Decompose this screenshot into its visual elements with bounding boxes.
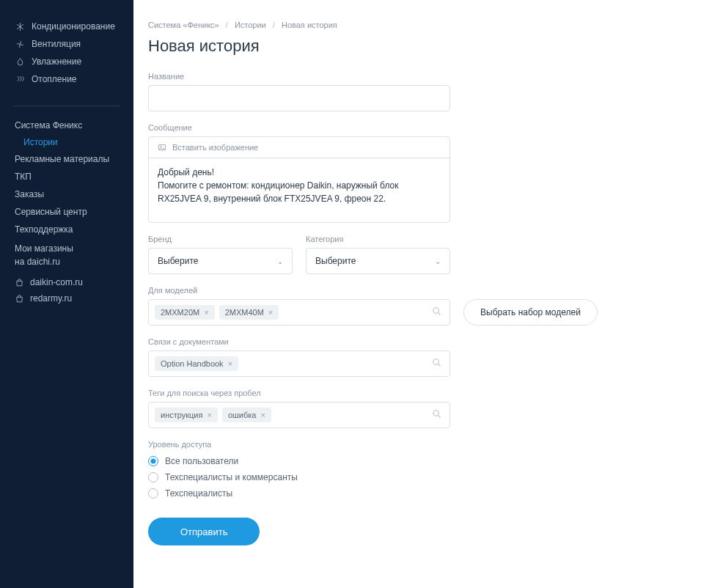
sidebar-item-label: Отопление: [32, 74, 77, 84]
nav-my-stores-line2: на daichi.ru: [15, 257, 60, 267]
radio-label: Техспециалисты: [165, 488, 232, 499]
search-icon[interactable]: [431, 408, 442, 422]
breadcrumb-item[interactable]: Система «Феникс»: [148, 21, 219, 29]
models-tagbox[interactable]: 2MXM20M × 2MXM40M ×: [148, 299, 450, 326]
sidebar-divider: [13, 106, 120, 106]
submit-button[interactable]: Отправить: [148, 518, 260, 545]
nav-external-redarmy[interactable]: redarmy.ru: [15, 290, 125, 306]
sidebar-item-humidification[interactable]: Увлажнение: [15, 53, 125, 70]
doc-tag: Option Handbook ×: [155, 356, 238, 371]
tag-label: инструкция: [161, 411, 202, 419]
tag-label: Option Handbook: [161, 359, 224, 368]
search-tag: ошибка ×: [222, 408, 271, 422]
breadcrumb-sep: /: [226, 21, 228, 29]
search-tags-tagbox[interactable]: инструкция × ошибка ×: [148, 402, 450, 428]
tag-label: ошибка: [228, 411, 257, 419]
radio-icon: [148, 488, 158, 499]
nav-my-stores[interactable]: Мои магазины на daichi.ru: [15, 238, 125, 274]
tag-label: 2MXM40M: [225, 308, 264, 317]
nav-external-label: daikin-com.ru: [30, 277, 83, 287]
page-title: Новая история: [148, 37, 675, 56]
nav-my-stores-line1: Мои магазины: [15, 243, 73, 254]
label-for-models: Для моделей: [148, 286, 675, 295]
breadcrumb-sep: /: [273, 21, 275, 29]
svg-point-5: [433, 411, 439, 416]
access-option-tech[interactable]: Техспециалисты: [148, 485, 675, 501]
tag-remove-icon[interactable]: ×: [268, 308, 273, 317]
sidebar-item-heating[interactable]: Отопление: [15, 70, 125, 88]
svg-point-0: [19, 43, 21, 45]
sidebar-item-label: Кондиционирование: [32, 21, 115, 32]
fan-icon: [15, 39, 25, 49]
name-input[interactable]: [148, 85, 450, 111]
select-models-button[interactable]: Выбрать набор моделей: [463, 299, 598, 326]
search-tag: инструкция ×: [155, 408, 218, 422]
svg-point-4: [433, 359, 439, 365]
nav-phoenix-stories[interactable]: Истории: [15, 134, 125, 150]
label-name: Название: [148, 72, 675, 81]
tag-remove-icon[interactable]: ×: [260, 411, 265, 419]
label-doc-links: Связи с документами: [148, 337, 675, 346]
model-tag: 2MXM20M ×: [155, 305, 215, 320]
label-category: Категория: [306, 235, 450, 243]
sidebar-top-section: Кондиционирование Вентиляция Увлажнение …: [0, 18, 133, 101]
tag-remove-icon[interactable]: ×: [204, 308, 208, 317]
tag-label: 2MXM20M: [161, 308, 199, 317]
radio-icon: [148, 472, 158, 482]
sidebar-item-label: Вентиляция: [32, 39, 81, 49]
main-content: Система «Феникс» / Истории / Новая истор…: [133, 0, 701, 588]
nav-orders[interactable]: Заказы: [15, 185, 125, 203]
nav-tkp[interactable]: ТКП: [15, 168, 125, 185]
image-icon: [158, 143, 166, 152]
bag-icon: [15, 294, 24, 304]
bag-icon: [15, 278, 24, 287]
sidebar-item-label: Увлажнение: [32, 56, 81, 67]
snowflake-icon: [15, 21, 25, 32]
brand-category-row: Бренд Выберите ⌄ Категория Выберите ⌄: [148, 235, 450, 274]
sidebar: Кондиционирование Вентиляция Увлажнение …: [0, 0, 133, 588]
insert-image-label: Вставить изображение: [172, 143, 258, 152]
svg-point-3: [433, 308, 439, 314]
radio-label: Все пользователи: [165, 456, 238, 466]
access-option-tech-comm[interactable]: Техспециалисты и коммерсанты: [148, 469, 675, 485]
breadcrumb-current: Новая история: [282, 21, 337, 29]
chevron-down-icon: ⌄: [277, 257, 283, 265]
docs-tagbox[interactable]: Option Handbook ×: [148, 350, 450, 377]
sidebar-item-conditioning[interactable]: Кондиционирование: [15, 18, 125, 35]
label-tags: Теги для поиска через пробел: [148, 389, 675, 397]
sidebar-nav-section: Система Феникс Истории Рекламные материа…: [0, 117, 133, 306]
radio-label: Техспециалисты и коммерсанты: [165, 472, 298, 482]
message-textarea[interactable]: [149, 158, 449, 220]
brand-select-value: Выберите: [158, 256, 198, 266]
nav-external-label: redarmy.ru: [30, 293, 72, 304]
category-select-value: Выберите: [315, 256, 356, 266]
nav-external-daikin[interactable]: daikin-com.ru: [15, 274, 125, 290]
access-radio-group: Все пользователи Техспециалисты и коммер…: [148, 453, 675, 501]
sidebar-item-ventilation[interactable]: Вентиляция: [15, 35, 125, 53]
label-brand: Бренд: [148, 235, 293, 243]
model-tag: 2MXM40M ×: [219, 305, 279, 320]
chevron-down-icon: ⌄: [435, 257, 441, 265]
nav-phoenix[interactable]: Система Феникс: [15, 117, 125, 134]
message-box: Вставить изображение: [148, 136, 450, 223]
radio-icon: [148, 456, 158, 466]
nav-service-center[interactable]: Сервисный центр: [15, 203, 125, 221]
insert-image-button[interactable]: Вставить изображение: [149, 137, 449, 158]
models-row: 2MXM20M × 2MXM40M × Выбрать набор моделе…: [148, 299, 675, 326]
category-select[interactable]: Выберите ⌄: [306, 248, 450, 274]
drop-icon: [15, 56, 25, 67]
svg-point-2: [161, 146, 162, 147]
tag-remove-icon[interactable]: ×: [228, 359, 232, 368]
heat-icon: [15, 74, 25, 84]
label-access: Уровень доступа: [148, 440, 675, 449]
breadcrumb: Система «Феникс» / Истории / Новая истор…: [148, 21, 675, 29]
brand-select[interactable]: Выберите ⌄: [148, 248, 293, 274]
label-message: Сообщение: [148, 123, 675, 132]
nav-support[interactable]: Техподдержка: [15, 221, 125, 238]
breadcrumb-item[interactable]: Истории: [235, 21, 266, 29]
nav-advertising[interactable]: Рекламные материалы: [15, 150, 125, 168]
access-option-all[interactable]: Все пользователи: [148, 453, 675, 469]
search-icon[interactable]: [431, 306, 442, 319]
tag-remove-icon[interactable]: ×: [207, 411, 211, 419]
search-icon[interactable]: [431, 357, 442, 370]
